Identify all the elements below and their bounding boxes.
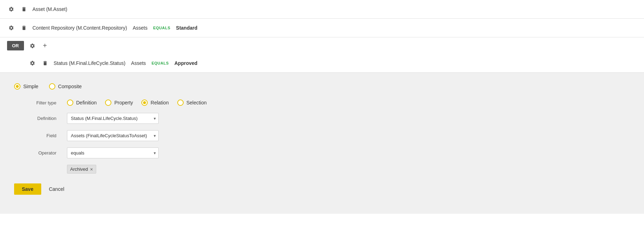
add-button[interactable]: +: [41, 41, 49, 50]
row1-text: Asset (M.Asset): [32, 6, 67, 12]
row-status: Status (M.Final.LifeCycle.Status) Assets…: [0, 54, 644, 73]
or-button[interactable]: OR: [7, 41, 24, 50]
filter-type-property[interactable]: Property: [105, 99, 133, 106]
tag-row: Archived ×: [14, 165, 630, 174]
archived-tag-label: Archived: [70, 167, 88, 172]
simple-radio[interactable]: [14, 83, 20, 90]
composite-radio[interactable]: [49, 83, 55, 90]
definition-select-wrapper: Status (M.Final.LifeCycle.Status) ▾: [67, 113, 159, 124]
row2-prefix: Content Repository (M.Content.Repository…: [32, 25, 127, 31]
or-row-prefix: Status (M.Final.LifeCycle.Status): [54, 60, 125, 66]
or-row-relation: Assets: [131, 60, 146, 66]
filter-type-relation[interactable]: Relation: [141, 99, 168, 106]
archived-tag: Archived ×: [67, 165, 96, 174]
field-select[interactable]: Assets (FinalLifeCycleStatusToAsset): [67, 130, 159, 141]
field-row: Field Assets (FinalLifeCycleStatusToAsse…: [14, 130, 630, 141]
operator-select[interactable]: equals: [67, 147, 159, 158]
trash-icon: [42, 60, 48, 66]
filter-type-selection[interactable]: Selection: [177, 99, 207, 106]
gear-button-row1[interactable]: [7, 5, 16, 13]
gear-button-or-row[interactable]: [28, 59, 37, 67]
row2-relation: Assets: [133, 25, 147, 31]
operator-label: Operator: [14, 150, 56, 156]
form-section: Simple Composite Filter type Definition …: [0, 73, 644, 214]
simple-option[interactable]: Simple: [14, 83, 38, 90]
trash-button-row1[interactable]: [20, 5, 28, 13]
filter-relation-radio[interactable]: [141, 99, 148, 106]
or-row-equals: EQUALS: [152, 61, 169, 65]
gear-icon: [8, 25, 14, 31]
save-button[interactable]: Save: [14, 183, 41, 195]
cancel-button[interactable]: Cancel: [45, 183, 68, 195]
trash-button-row2[interactable]: [20, 24, 28, 32]
filter-selection-label: Selection: [186, 100, 207, 105]
filter-type-options: Definition Property Relation Selection: [67, 99, 207, 106]
gear-button-row2[interactable]: [7, 24, 16, 32]
or-row-value: Approved: [174, 60, 197, 66]
row2-equals: EQUALS: [153, 26, 170, 30]
trash-icon: [21, 25, 27, 31]
filter-type-label: Filter type: [14, 100, 56, 105]
filter-property-label: Property: [114, 100, 133, 105]
definition-select[interactable]: Status (M.Final.LifeCycle.Status): [67, 113, 159, 124]
trash-button-or-row[interactable]: [41, 59, 49, 67]
row-content-repo: Content Repository (M.Content.Repository…: [0, 19, 644, 37]
composite-option[interactable]: Composite: [49, 83, 82, 90]
gear-icon: [30, 60, 35, 66]
operator-row: Operator equals ▾: [14, 147, 630, 158]
row-asset: Asset (M.Asset): [0, 0, 644, 19]
trash-icon: [21, 6, 27, 12]
filter-definition-radio[interactable]: [67, 99, 73, 106]
filter-type-definition[interactable]: Definition: [67, 99, 97, 106]
operator-select-wrapper: equals ▾: [67, 147, 159, 158]
archived-tag-close[interactable]: ×: [90, 167, 93, 172]
simple-label: Simple: [23, 84, 38, 89]
definition-row: Definition Status (M.Final.LifeCycle.Sta…: [14, 113, 630, 124]
row2-value: Standard: [176, 25, 197, 31]
filter-selection-radio[interactable]: [177, 99, 184, 106]
field-label: Field: [14, 133, 56, 138]
simple-composite-group: Simple Composite: [14, 83, 630, 90]
bottom-buttons: Save Cancel: [14, 183, 630, 195]
gear-icon: [30, 43, 35, 49]
filter-relation-label: Relation: [151, 100, 168, 105]
definition-label: Definition: [14, 116, 56, 121]
tag-container: Archived ×: [67, 165, 96, 174]
field-select-wrapper: Assets (FinalLifeCycleStatusToAsset) ▾: [67, 130, 159, 141]
gear-icon: [8, 6, 14, 12]
filter-definition-label: Definition: [76, 100, 97, 105]
gear-button-or[interactable]: [28, 42, 37, 50]
or-block: OR +: [0, 37, 644, 54]
filter-type-row: Filter type Definition Property Relation…: [14, 99, 630, 106]
composite-label: Composite: [58, 84, 82, 89]
filter-property-radio[interactable]: [105, 99, 111, 106]
